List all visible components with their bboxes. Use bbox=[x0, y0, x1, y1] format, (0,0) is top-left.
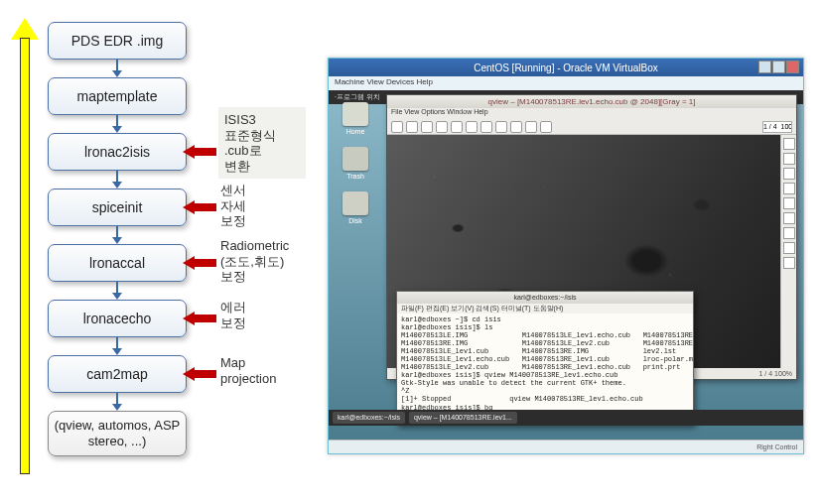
svg-marker-18 bbox=[183, 367, 216, 381]
open-icon[interactable] bbox=[391, 121, 403, 133]
step-outputs: (qview, automos, ASP stereo, ...) bbox=[48, 411, 187, 456]
red-arrow-icon bbox=[183, 141, 216, 163]
arrow-down-icon bbox=[48, 337, 187, 355]
minimize-button[interactable] bbox=[758, 61, 771, 73]
svg-marker-15 bbox=[183, 200, 216, 214]
histogram-icon[interactable] bbox=[540, 121, 552, 133]
tool-icon[interactable] bbox=[783, 197, 795, 209]
tool-icon[interactable] bbox=[783, 153, 795, 165]
arrow-down-icon bbox=[48, 226, 187, 244]
icon-label: Home bbox=[339, 128, 372, 135]
svg-marker-7 bbox=[112, 237, 122, 244]
step-spiceinit: spiceinit bbox=[48, 189, 187, 226]
vm-status-bar: Right Control bbox=[329, 440, 803, 453]
desktop-icon-trash[interactable]: Trash bbox=[339, 147, 372, 180]
find-icon[interactable] bbox=[525, 121, 537, 133]
desktop-icons: Home Trash Disk bbox=[339, 102, 382, 236]
tool-icon[interactable] bbox=[783, 138, 795, 150]
terminal-window[interactable]: karl@edboxes:~/isis 파일(F) 편집(E) 보기(V) 검색… bbox=[396, 291, 694, 426]
tool-icon[interactable] bbox=[783, 257, 795, 269]
step-maptemplate: maptemplate bbox=[48, 77, 187, 115]
tool-icon[interactable] bbox=[783, 168, 795, 180]
qview-side-toolbar bbox=[780, 135, 796, 368]
terminal-menu[interactable]: 파일(F) 편집(E) 보기(V) 검색(S) 터미널(T) 도움말(H) bbox=[397, 304, 693, 314]
taskbar-item-qview[interactable]: qview – [M140078513RE.lev1... bbox=[409, 412, 517, 424]
step-lronac2isis: lronac2isis bbox=[48, 133, 187, 171]
desktop-icon-drive[interactable]: Disk bbox=[339, 191, 372, 224]
note-line: 보정 bbox=[220, 315, 246, 331]
step-label: lronac2isis bbox=[84, 144, 150, 160]
vm-hostkey: Right Control bbox=[756, 443, 797, 450]
pan-icon[interactable] bbox=[466, 121, 478, 133]
svg-marker-14 bbox=[183, 145, 216, 159]
close-button[interactable] bbox=[786, 61, 799, 73]
fit-icon[interactable] bbox=[451, 121, 463, 133]
svg-marker-1 bbox=[112, 70, 122, 77]
note-line: ISIS3 bbox=[224, 112, 300, 128]
qview-menu[interactable]: File View Options Window Help bbox=[387, 108, 796, 119]
virtualbox-window: CentOS [Running] - Oracle VM VirtualBox … bbox=[328, 58, 804, 454]
note-line: 변환 bbox=[224, 159, 300, 175]
step-cam2map: cam2map bbox=[48, 355, 187, 393]
svg-marker-16 bbox=[183, 256, 216, 270]
step-label: lronacecho bbox=[83, 311, 152, 326]
arrow-down-icon bbox=[48, 115, 187, 133]
zoom-out-icon[interactable] bbox=[436, 121, 448, 133]
arrow-down-icon bbox=[48, 393, 187, 411]
zoom-in-icon[interactable] bbox=[421, 121, 433, 133]
vm-menu-text: Machine View Devices Help bbox=[335, 77, 433, 86]
note-line: 표준형식 bbox=[224, 128, 300, 144]
desktop-icon-home[interactable]: Home bbox=[339, 102, 372, 135]
folder-icon bbox=[342, 102, 368, 126]
taskbar-item-terminal[interactable]: karl@edboxes:~/isis bbox=[333, 412, 405, 424]
tool-icon[interactable] bbox=[783, 242, 795, 254]
terminal-body[interactable]: karl@edboxes ~]$ cd isis karl@edboxes is… bbox=[397, 314, 693, 425]
tool-icon[interactable] bbox=[783, 212, 795, 224]
pipeline-arrow-up bbox=[14, 20, 36, 476]
note-line: Radiometric bbox=[220, 238, 289, 254]
tool-icon[interactable] bbox=[783, 183, 795, 194]
red-arrow-icon bbox=[183, 196, 216, 218]
zoom-input[interactable] bbox=[762, 121, 792, 133]
measure-icon[interactable] bbox=[480, 121, 492, 133]
note-error-correction: 에러 보정 bbox=[220, 300, 246, 330]
step-lronaccal: lronaccal bbox=[48, 244, 187, 282]
svg-marker-9 bbox=[112, 293, 122, 300]
print-icon[interactable] bbox=[406, 121, 418, 133]
flow-diagram: PDS EDR .img maptemplate lronac2isis spi… bbox=[10, 20, 318, 486]
red-arrow-icon bbox=[183, 363, 216, 385]
note-line: projection bbox=[220, 371, 276, 387]
note-map-projection: Map projection bbox=[220, 355, 276, 386]
note-line: 에러 bbox=[220, 300, 246, 315]
note-isis3-cub: ISIS3 표준형식 .cub로 변환 bbox=[218, 107, 306, 179]
step-pds-edr: PDS EDR .img bbox=[48, 22, 187, 60]
maximize-button[interactable] bbox=[772, 61, 785, 73]
vm-titlebar[interactable]: CentOS [Running] - Oracle VM VirtualBox bbox=[329, 59, 803, 76]
note-line: 센서 bbox=[220, 183, 246, 198]
vm-menubar[interactable]: Machine View Devices Help bbox=[329, 76, 803, 90]
gnome-taskbar: karl@edboxes:~/isis qview – [M140078513R… bbox=[329, 410, 803, 426]
refresh-icon[interactable] bbox=[510, 121, 522, 133]
icon-label: Trash bbox=[339, 173, 372, 180]
guest-desktop: ·프로그램 위치 karl Home Trash Disk qview – [M… bbox=[329, 90, 803, 440]
stretch-icon[interactable] bbox=[495, 121, 507, 133]
terminal-title: karl@edboxes:~/isis bbox=[397, 292, 693, 304]
terminal-menu-text: 파일(F) 편집(E) 보기(V) 검색(S) 터미널(T) 도움말(H) bbox=[401, 305, 563, 312]
tool-icon[interactable] bbox=[783, 227, 795, 239]
svg-marker-3 bbox=[112, 126, 122, 133]
arrow-down-icon bbox=[48, 171, 187, 189]
note-line: 자세 bbox=[220, 198, 246, 214]
status-right: 1 / 4 100% bbox=[759, 368, 792, 379]
step-lronacecho: lronacecho bbox=[48, 300, 187, 337]
window-controls bbox=[757, 61, 799, 73]
drive-icon bbox=[342, 191, 368, 215]
vm-title: CentOS [Running] - Oracle VM VirtualBox bbox=[474, 63, 657, 73]
svg-marker-13 bbox=[112, 404, 122, 411]
step-label: maptemplate bbox=[77, 88, 158, 104]
svg-marker-11 bbox=[112, 348, 122, 355]
note-line: 보정 bbox=[220, 269, 289, 285]
note-line: Map bbox=[220, 355, 276, 371]
svg-marker-5 bbox=[112, 182, 122, 189]
svg-marker-17 bbox=[183, 312, 216, 325]
note-line: .cub로 bbox=[224, 143, 300, 159]
